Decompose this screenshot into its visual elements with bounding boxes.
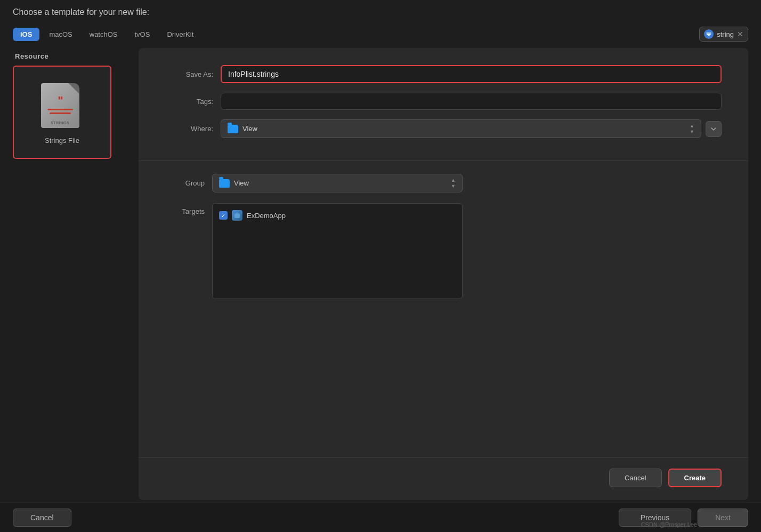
- group-folder-icon: [219, 179, 230, 188]
- file-template-name: Strings File: [45, 136, 79, 144]
- dialog-cancel-button[interactable]: Cancel: [609, 469, 661, 487]
- where-select[interactable]: View ▲ ▼: [221, 119, 701, 138]
- save-as-input[interactable]: [221, 65, 722, 83]
- search-value: string: [717, 30, 734, 38]
- watermark: CSDN @Prosper Lee: [641, 521, 697, 528]
- target-item[interactable]: ✓ ExDemoApp: [213, 207, 462, 224]
- where-select-text: View: [242, 125, 685, 133]
- targets-label: Targets: [165, 203, 205, 215]
- tab-ios[interactable]: iOS: [13, 28, 39, 41]
- section-label: Resource: [13, 48, 130, 66]
- tags-row: Tags:: [165, 93, 722, 110]
- tab-tvos[interactable]: tvOS: [127, 28, 158, 41]
- group-select-text: View: [234, 179, 447, 187]
- bottom-cancel-button[interactable]: Cancel: [13, 509, 71, 527]
- dialog-actions: Cancel Create: [139, 457, 748, 500]
- tab-driverkit[interactable]: DriverKit: [159, 28, 201, 41]
- checkbox-checked-icon[interactable]: ✓: [219, 211, 228, 220]
- group-select[interactable]: View ▲ ▼: [212, 174, 463, 192]
- strings-file-template[interactable]: " STRINGS Strings File: [13, 66, 111, 159]
- target-name: ExDemoApp: [247, 212, 286, 220]
- targets-row: Targets ✓ ExDemoApp: [165, 203, 722, 299]
- left-panel: Resource " STRINGS Strings File: [13, 48, 130, 500]
- save-as-label: Save As:: [165, 70, 213, 78]
- dialog-form-top: Save As: Tags: Where: View ▲ ▼: [139, 48, 748, 161]
- tags-label: Tags:: [165, 98, 213, 106]
- search-clear-icon[interactable]: ✕: [737, 30, 743, 38]
- next-button[interactable]: Next: [698, 509, 748, 527]
- where-row: Where: View ▲ ▼: [165, 119, 722, 138]
- group-label: Group: [165, 179, 205, 187]
- save-as-row: Save As:: [165, 65, 722, 83]
- dialog-panel: Save As: Tags: Where: View ▲ ▼: [139, 48, 748, 500]
- expand-button[interactable]: [706, 121, 722, 137]
- main-area: Resource " STRINGS Strings File Save As:: [13, 48, 748, 500]
- svg-rect-3: [234, 214, 240, 218]
- strings-file-icon: " STRINGS: [41, 83, 84, 131]
- dialog-create-button[interactable]: Create: [668, 469, 722, 487]
- group-row: Group View ▲ ▼: [165, 174, 722, 192]
- dialog-form-bottom: Group View ▲ ▼ Targets ✓: [139, 161, 748, 457]
- tab-macos[interactable]: macOS: [42, 28, 79, 41]
- page-title: Choose a template for your new file:: [13, 7, 149, 17]
- filter-icon: [704, 29, 714, 39]
- group-stepper-arrows: ▲ ▼: [451, 178, 456, 189]
- folder-icon: [228, 125, 238, 133]
- stepper-arrows: ▲ ▼: [690, 123, 694, 134]
- tabs-row: iOS macOS watchOS tvOS DriverKit string …: [13, 27, 748, 42]
- tags-input[interactable]: [221, 93, 722, 110]
- where-label: Where:: [165, 125, 213, 133]
- app-icon: [232, 210, 242, 221]
- search-box[interactable]: string ✕: [699, 27, 748, 42]
- tab-watchos[interactable]: watchOS: [82, 28, 125, 41]
- targets-list: ✓ ExDemoApp: [212, 203, 463, 299]
